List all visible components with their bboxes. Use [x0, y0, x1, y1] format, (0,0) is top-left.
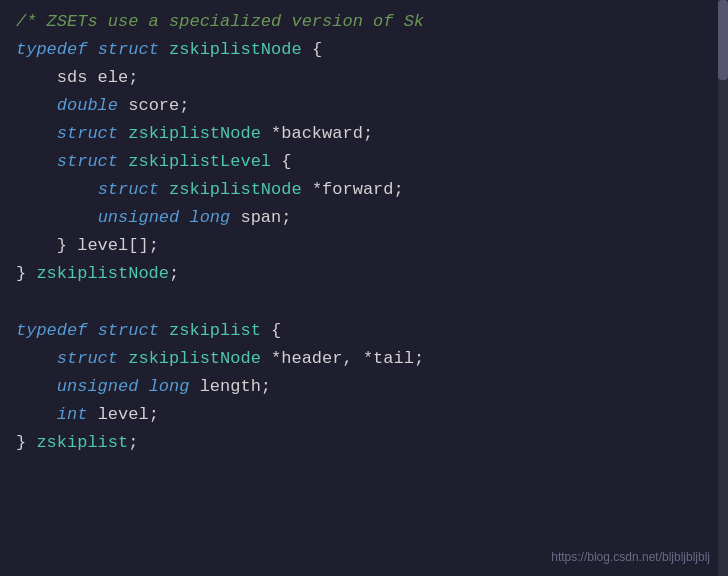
code-line-11: struct zskiplistNode *header, *tail;	[16, 345, 728, 373]
code-line-12: unsigned long length;	[16, 373, 728, 401]
code-line-1: typedef struct zskiplistNode {	[16, 36, 728, 64]
code-editor: /* ZSETs use a specialized version of Sk…	[0, 0, 728, 576]
code-line-8: } level[];	[16, 232, 728, 260]
code-line-3: double score;	[16, 92, 728, 120]
scrollbar-thumb[interactable]	[718, 0, 728, 80]
code-line-7: unsigned long span;	[16, 204, 728, 232]
code-line-blank	[16, 288, 728, 316]
code-line-4: struct zskiplistNode *backward;	[16, 120, 728, 148]
code-line-comment: /* ZSETs use a specialized version of Sk	[16, 8, 728, 36]
code-line-13: int level;	[16, 401, 728, 429]
code-line-6: struct zskiplistNode *forward;	[16, 176, 728, 204]
code-line-9: } zskiplistNode;	[16, 260, 728, 288]
code-line-14: } zskiplist;	[16, 429, 728, 457]
watermark: https://blog.csdn.net/bljbljbljblj	[551, 550, 710, 564]
code-line-10: typedef struct zskiplist {	[16, 317, 728, 345]
scrollbar[interactable]	[718, 0, 728, 576]
code-line-2: sds ele;	[16, 64, 728, 92]
code-line-5: struct zskiplistLevel {	[16, 148, 728, 176]
code-content: /* ZSETs use a specialized version of Sk…	[0, 0, 728, 465]
